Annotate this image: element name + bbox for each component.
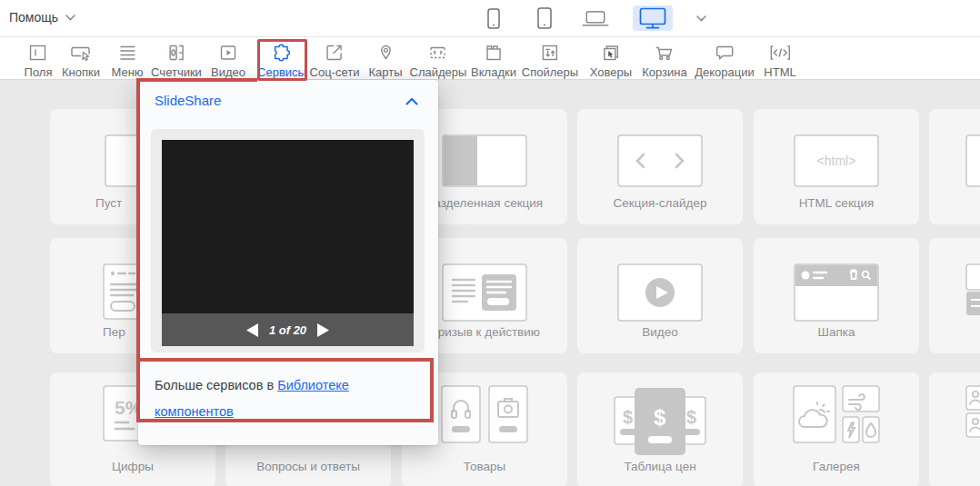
card-label: Секция-слайдер xyxy=(577,196,743,210)
components-library-link-line1[interactable]: Библиотеке xyxy=(277,378,349,392)
top-bar: Помощь xyxy=(0,0,980,37)
slideshare-title[interactable]: SlideShare xyxy=(155,93,221,108)
toolbar-item-cart[interactable]: Корзина xyxy=(642,42,687,79)
slideshare-preview-frame: 1 of 20 xyxy=(151,129,425,352)
toolbar-item-label: Спойлеры xyxy=(522,65,578,79)
toolbar-item-decorations[interactable]: Декорации xyxy=(695,42,755,79)
code-icon xyxy=(768,42,792,64)
card-partial-r3[interactable] xyxy=(929,372,980,486)
speech-bubble-icon xyxy=(713,42,736,64)
device-switcher xyxy=(480,0,706,36)
toolbar-item-label: Соц-сети xyxy=(310,65,360,79)
card-section-slider[interactable]: Секция-слайдер xyxy=(577,109,743,224)
card-header[interactable]: Шапка xyxy=(754,238,919,353)
card-label: Вопросы и ответы xyxy=(225,460,391,473)
map-pin-icon xyxy=(375,42,396,64)
card-label: Товары xyxy=(402,460,567,473)
help-label: Помощь xyxy=(9,10,58,25)
more-services-text: Больше сервисов в Библиотеке компонентов xyxy=(155,372,422,425)
header-icon xyxy=(794,263,879,322)
svg-text:$: $ xyxy=(623,407,633,427)
spoilers-icon xyxy=(539,42,561,64)
section-slider-icon xyxy=(617,134,703,187)
counters-icon xyxy=(165,42,187,64)
cart-icon xyxy=(653,42,676,64)
desktop-icon xyxy=(639,7,666,29)
device-desktop-button[interactable] xyxy=(633,5,673,31)
price-table-icon: $$$ xyxy=(614,387,706,456)
card-price-table[interactable]: $$$ Таблица цен xyxy=(577,372,743,486)
card-gallery[interactable]: Галерея xyxy=(754,372,919,486)
toolbar-item-label: Кнопки xyxy=(62,65,100,79)
card-label: Таблица цен xyxy=(577,460,743,473)
toolbar-item-spoilers[interactable]: Спойлеры xyxy=(522,42,578,79)
preview-pagination-bar: 1 of 20 xyxy=(162,313,414,346)
device-tablet-button[interactable] xyxy=(531,5,558,31)
slideshare-preview: 1 of 20 xyxy=(162,140,414,346)
call-to-action-icon xyxy=(442,263,527,322)
device-laptop-button[interactable] xyxy=(582,5,609,31)
toolbar-item-social[interactable]: Соц-сети xyxy=(310,42,360,79)
more-services-prefix: Больше сервисов в xyxy=(155,378,274,392)
tablet-icon xyxy=(537,7,552,29)
toolbar-item-label: Счетчики xyxy=(151,65,202,79)
card-label: Цифры xyxy=(50,460,215,473)
toolbar-item-counters[interactable]: Счетчики xyxy=(151,42,202,79)
partial-section-icon xyxy=(965,134,980,187)
slider-icon xyxy=(427,42,449,64)
toolbar-item-video[interactable]: Видео xyxy=(211,42,245,79)
toolbar-item-sliders[interactable]: Слайдеры xyxy=(410,42,467,79)
card-label: Галерея xyxy=(754,460,919,473)
svg-text:$: $ xyxy=(654,405,666,430)
card-label: Видео xyxy=(577,325,743,339)
card-partial-r2[interactable] xyxy=(929,238,980,353)
toolbar-item-label: Поля xyxy=(25,65,53,79)
prev-slide-button[interactable] xyxy=(246,323,258,337)
laptop-icon xyxy=(582,9,609,28)
card-html-section[interactable]: <html> HTML секция xyxy=(754,109,919,224)
toolbar-item-label: Ховеры xyxy=(590,65,632,79)
next-slide-button[interactable] xyxy=(317,323,329,337)
help-menu[interactable]: Помощь xyxy=(9,10,75,25)
toolbar-item-label: Слайдеры xyxy=(410,65,467,79)
menu-icon xyxy=(116,42,138,64)
toolbar-item-tabs[interactable]: Вкладки xyxy=(471,42,516,79)
svg-text:<html>: <html> xyxy=(817,154,856,168)
toolbar-item-hovers[interactable]: Ховеры xyxy=(590,42,632,79)
toolbar-item-html[interactable]: HTML xyxy=(764,42,795,79)
buttons-icon xyxy=(69,42,93,64)
products-icon xyxy=(441,385,528,443)
split-section-icon xyxy=(442,134,527,187)
card-label: HTML секция xyxy=(754,196,919,210)
toolbar-item-label: HTML xyxy=(764,65,795,79)
device-mobile-button[interactable] xyxy=(480,5,507,31)
slide-counter: 1 of 20 xyxy=(269,323,306,337)
components-library-link-line2[interactable]: компонентов xyxy=(155,404,234,419)
card-video[interactable]: Видео xyxy=(577,238,743,353)
toolbar-item-label: Вкладки xyxy=(471,65,516,79)
partial-people-icon xyxy=(965,385,980,440)
device-chevron-down-icon[interactable] xyxy=(696,15,706,22)
app-window: { "topbar": { "help_label": "Помощь", "d… xyxy=(0,0,980,486)
toolbar-item-maps[interactable]: Карты xyxy=(368,42,402,79)
fields-icon xyxy=(27,42,49,64)
partial-form-icon xyxy=(965,263,980,316)
chevron-up-icon[interactable] xyxy=(405,97,418,105)
puzzle-icon xyxy=(270,42,294,64)
gallery-icon xyxy=(793,385,880,443)
toolbar-item-menu[interactable]: Меню xyxy=(111,42,143,79)
toolbar-item-label: Видео xyxy=(211,65,245,79)
html-section-icon: <html> xyxy=(794,134,879,187)
toolbar-item-label: Декорации xyxy=(695,65,755,79)
toolbar-item-label: Меню xyxy=(111,65,143,79)
toolbar-item-fields[interactable]: Поля xyxy=(25,42,53,79)
toolbar-item-label: Карты xyxy=(368,65,402,79)
card-partial-r1[interactable] xyxy=(929,109,980,224)
svg-text:$: $ xyxy=(686,407,696,427)
toolbar-item-services[interactable]: Сервисы xyxy=(257,42,306,79)
toolbar-item-label: Корзина xyxy=(642,65,687,79)
video-play-icon xyxy=(617,263,703,322)
toolbar-item-buttons[interactable]: Кнопки xyxy=(62,42,100,79)
hovers-icon xyxy=(600,42,622,64)
video-icon xyxy=(217,42,239,64)
